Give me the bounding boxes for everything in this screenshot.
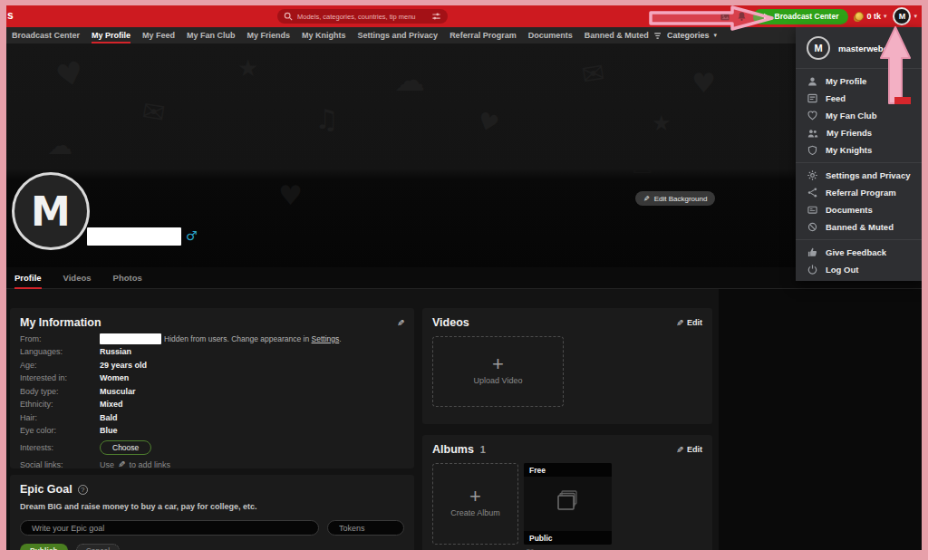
nav-settings-privacy[interactable]: Settings and Privacy [358,27,439,43]
nav-my-feed[interactable]: My Feed [142,27,175,43]
filter-sliders-icon[interactable] [431,12,441,21]
info-row-ethnicity: Ethnicity: Mixed [20,399,404,411]
search-input[interactable]: Models, categories, countries, tip menu [277,9,448,24]
fan-club-heart-icon [807,111,817,121]
feed-icon [807,93,817,103]
menu-item-my-fan-club[interactable]: My Fan Club [796,107,922,124]
photo-stack-icon [555,488,582,519]
main-content: My Information From: Hidden from users. … [6,289,922,550]
create-album-button[interactable]: + Create Album [432,463,518,545]
main-navigation: Broadcast Center My Profile My Feed My F… [6,27,922,43]
nav-my-profile[interactable]: My Profile [92,27,130,43]
site-logo[interactable]: s [7,9,14,22]
epic-goal-description: Dream BIG and raise money to buy a car, … [20,502,404,511]
edit-videos-button[interactable]: Edit [676,318,702,328]
shield-icon [807,145,817,156]
background-pattern-glyph: ♥ [53,53,88,95]
my-information-card: My Information From: Hidden from users. … [10,308,414,468]
albums-card: Albums 1 Edit + Create Album Free Pub [422,435,712,550]
publish-button[interactable]: Publish [20,544,68,550]
nav-banned-muted[interactable]: Banned & Muted [585,27,649,43]
pencil-icon [676,445,683,455]
avatar: M [807,36,830,60]
annotation-red-mark [894,97,911,104]
user-avatar-menu[interactable]: M ▾ [893,7,917,25]
epic-goal-input[interactable] [20,520,319,536]
epic-goal-title: Epic Goal [20,483,72,496]
menu-item-referral-program[interactable]: Referral Program [796,184,922,201]
album-tile[interactable]: Free Public [524,463,612,545]
menu-item-log-out[interactable]: Log Out [796,261,922,278]
info-row-age: Age: 29 years old [20,359,404,372]
ban-icon [807,222,817,232]
settings-link[interactable]: Settings [312,334,340,343]
user-icon [807,76,817,87]
heart-outline-icon: ♡ [526,547,535,550]
epic-goal-card: Epic Goal ? Dream BIG and raise money to… [10,475,414,550]
profile-avatar[interactable]: M [12,172,90,250]
background-pattern-glyph: ♫ [314,103,339,135]
pencil-icon [397,318,404,328]
menu-item-settings-privacy[interactable]: Settings and Privacy [796,167,922,184]
nav-referral-program[interactable]: Referral Program [450,27,517,43]
nav-my-fan-club[interactable]: My Fan Club [187,27,236,43]
profile-banner: ♥ ✉ ★ ♫ ☁ ♥ ✉ ★ ☁ ♥ ♥ ✉ M ♂ Edit Backgro… [6,43,922,267]
background-pattern-glyph: ★ [237,54,258,82]
filter-list-icon [653,32,662,40]
share-icon [807,188,817,198]
help-icon[interactable]: ? [78,485,88,495]
choose-interests-button[interactable]: Choose [100,440,151,455]
annotation-arrow-up [877,25,914,105]
upload-video-button[interactable]: + Upload Video [432,336,564,407]
search-icon [284,12,293,21]
background-pattern-glyph: ✉ [579,56,606,92]
edit-background-button[interactable]: Edit Background [635,191,715,206]
annotation-arrow-right [643,5,776,31]
menu-item-my-friends[interactable]: My Friends [796,124,922,141]
background-pattern-glyph: ★ [652,111,672,136]
app-window: s Models, categories, countries, tip men… [6,5,922,550]
menu-item-give-feedback[interactable]: Give Feedback [796,244,922,261]
background-pattern-glyph: ♥ [691,67,716,99]
content-right-background [719,289,922,550]
info-row-eye-color: Eye color: Blue [20,425,404,438]
background-pattern-glyph: ✉ [140,94,167,130]
chevron-down-icon: ▾ [884,13,887,20]
info-row-languages: Languages: Russian [20,346,404,359]
edit-information-button[interactable] [397,318,404,328]
tab-videos[interactable]: Videos [63,267,92,289]
menu-item-banned-muted[interactable]: Banned & Muted [796,218,922,236]
videos-card: Videos Edit + Upload Video [422,308,712,424]
my-information-title: My Information [20,316,102,329]
info-row-interested-in: Interested in: Women [20,372,404,385]
edit-albums-button[interactable]: Edit [676,445,702,455]
nav-my-friends[interactable]: My Friends [247,27,291,43]
tokens-input[interactable] [327,520,404,536]
avatar[interactable]: M [893,7,911,25]
nav-documents[interactable]: Documents [528,27,573,43]
profile-tabs: Profile Videos Photos [6,267,922,289]
albums-title: Albums [432,443,474,456]
screenshot-frame: s Models, categories, countries, tip men… [0,0,928,560]
token-balance[interactable]: 0 tk ▾ [855,12,886,21]
plus-icon: + [469,490,481,503]
from-redacted-box [100,333,161,344]
background-pattern-glyph: ♥ [474,106,502,139]
tab-photos[interactable]: Photos [113,267,142,289]
info-row-hair: Hair: Bald [20,411,404,424]
cancel-button[interactable]: Cancel [76,544,120,550]
documents-icon [807,205,817,215]
gear-icon [807,170,817,180]
nav-my-knights[interactable]: My Knights [302,27,346,43]
pencil-icon [676,318,683,328]
info-row-social-links: Social links: Useto add links [20,459,404,471]
nav-broadcast-center[interactable]: Broadcast Center [12,27,80,43]
menu-item-documents[interactable]: Documents [796,201,922,218]
tab-profile[interactable]: Profile [14,267,42,289]
menu-item-my-knights[interactable]: My Knights [796,141,922,159]
power-icon [807,265,817,275]
pencil-icon [118,459,125,469]
album-likes[interactable]: ♡ 0 [526,547,702,550]
background-pattern-glyph: ☁ [47,130,72,160]
search-placeholder: Models, categories, countries, tip menu [297,13,427,21]
